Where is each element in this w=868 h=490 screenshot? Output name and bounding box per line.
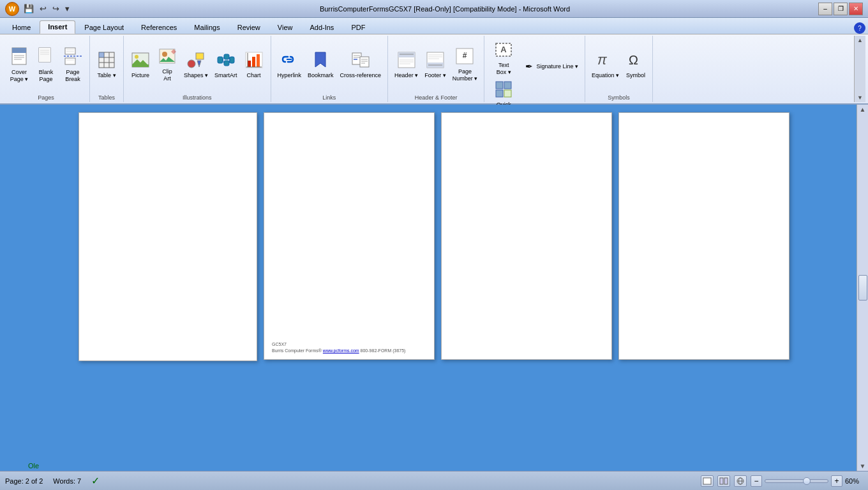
page-number-label: PageNumber ▾ bbox=[453, 68, 478, 82]
zoom-out-button[interactable]: − bbox=[751, 475, 762, 487]
ribbon-group-header-footer: Header ▾ Footer ▾ # PageNumber ▾ Header … bbox=[388, 36, 484, 102]
svg-rect-80 bbox=[703, 478, 711, 484]
pages-group-label: Pages bbox=[38, 93, 54, 101]
shapes-button[interactable]: Shapes ▾ bbox=[181, 50, 211, 81]
quick-access-dropdown[interactable]: ▾ bbox=[63, 3, 71, 14]
svg-text:#: # bbox=[463, 51, 467, 60]
hyperlink-button[interactable]: Hyperlink bbox=[275, 50, 304, 81]
svg-rect-12 bbox=[65, 58, 75, 64]
svg-rect-82 bbox=[724, 478, 728, 484]
undo-button[interactable]: ↩ bbox=[38, 3, 49, 14]
cover-page-label: CoverPage ▾ bbox=[10, 69, 29, 83]
svg-rect-1 bbox=[12, 48, 26, 53]
status-left: Page: 2 of 2 Words: 7 ✓ bbox=[5, 475, 100, 487]
svg-text:Ω: Ω bbox=[629, 53, 638, 67]
shapes-label: Shapes ▾ bbox=[184, 72, 208, 79]
svg-marker-29 bbox=[197, 61, 201, 67]
page-number-button[interactable]: # PageNumber ▾ bbox=[450, 46, 481, 84]
tab-home[interactable]: Home bbox=[4, 21, 39, 34]
tab-references[interactable]: References bbox=[133, 21, 185, 34]
footer-icon bbox=[426, 52, 444, 71]
minimize-button[interactable]: – bbox=[818, 3, 832, 15]
blank-page-label: BlankPage bbox=[39, 69, 54, 83]
help-button[interactable]: ? bbox=[854, 22, 865, 34]
ribbon-scrollbar[interactable]: ▲ ▼ bbox=[854, 36, 865, 102]
page-break-button[interactable]: PageBreak bbox=[60, 45, 86, 85]
hyperlink-icon bbox=[280, 52, 298, 71]
bookmark-button[interactable]: Bookmark bbox=[305, 50, 336, 81]
zoom-in-button[interactable]: + bbox=[831, 475, 842, 487]
ribbon-group-text: A TextBox ▾ QuickParts ▾ A bbox=[484, 36, 585, 102]
page-1 bbox=[79, 112, 257, 361]
full-screen-view-button[interactable] bbox=[717, 475, 730, 487]
hyperlink-label: Hyperlink bbox=[278, 72, 302, 79]
zoom-track[interactable] bbox=[765, 479, 828, 483]
page-4 bbox=[618, 112, 789, 360]
svg-rect-21 bbox=[99, 52, 104, 57]
table-icon bbox=[98, 52, 115, 71]
symbol-icon: Ω bbox=[627, 52, 644, 71]
save-button[interactable]: 💾 bbox=[22, 3, 36, 14]
footer-button[interactable]: Footer ▾ bbox=[422, 50, 449, 81]
picture-button[interactable]: Picture bbox=[128, 50, 153, 81]
tab-view[interactable]: View bbox=[269, 21, 301, 34]
titlebar: W 💾 ↩ ↪ ▾ BurrisComputerFormsGC5X7 [Read… bbox=[0, 0, 868, 18]
restore-button[interactable]: ❐ bbox=[834, 3, 848, 15]
table-button[interactable]: Table ▾ bbox=[94, 50, 119, 81]
chart-icon bbox=[245, 52, 263, 71]
svg-rect-30 bbox=[218, 57, 223, 63]
spelling-check-icon[interactable]: ✓ bbox=[91, 475, 100, 487]
symbols-buttons: π Equation ▾ Ω Symbol bbox=[589, 37, 648, 93]
illustrations-group-label: Illustrations bbox=[183, 93, 212, 101]
zoom-thumb[interactable] bbox=[803, 477, 811, 485]
pages-container: GC5X7 Burris Computer Forms® www.pcforms… bbox=[79, 112, 789, 361]
text-box-button[interactable]: A TextBox ▾ bbox=[491, 40, 516, 78]
web-layout-view-button[interactable] bbox=[734, 475, 747, 487]
symbol-button[interactable]: Ω Symbol bbox=[623, 50, 648, 81]
tab-review[interactable]: Review bbox=[229, 21, 269, 34]
statusbar: Page: 2 of 2 Words: 7 ✓ − + 60% bbox=[0, 471, 868, 490]
quick-access-toolbar: 💾 ↩ ↪ ▾ bbox=[22, 3, 71, 14]
equation-label: Equation ▾ bbox=[592, 72, 619, 79]
tab-insert[interactable]: Insert bbox=[40, 20, 75, 34]
equation-button[interactable]: π Equation ▾ bbox=[589, 50, 622, 81]
picture-label: Picture bbox=[131, 72, 149, 79]
header-label: Header ▾ bbox=[394, 72, 418, 79]
signature-line-button[interactable]: ✒ Signature Line ▾ bbox=[521, 60, 581, 73]
cross-reference-button[interactable]: Cross-reference bbox=[338, 50, 384, 81]
redo-button[interactable]: ↪ bbox=[50, 3, 61, 14]
svg-text:π: π bbox=[597, 52, 608, 68]
svg-rect-39 bbox=[248, 61, 251, 67]
ribbon-group-tables: Table ▾ Tables bbox=[90, 36, 124, 102]
print-layout-view-button[interactable] bbox=[701, 475, 714, 487]
close-button[interactable]: ✕ bbox=[849, 3, 863, 15]
tab-mailings[interactable]: Mailings bbox=[186, 21, 228, 34]
blank-page-button[interactable]: BlankPage bbox=[33, 45, 59, 85]
bookmark-icon bbox=[313, 52, 327, 71]
text-box-icon: A bbox=[495, 41, 512, 61]
tab-page-layout[interactable]: Page Layout bbox=[76, 21, 132, 34]
chart-button[interactable]: Chart bbox=[241, 50, 267, 81]
tab-add-ins[interactable]: Add-Ins bbox=[301, 21, 342, 34]
svg-point-23 bbox=[135, 55, 138, 59]
ribbon-group-pages: CoverPage ▾ BlankPage PageBreak Pages bbox=[3, 36, 90, 102]
zoom-percentage: 60% bbox=[845, 477, 863, 485]
header-icon bbox=[398, 52, 415, 71]
ribbon-group-symbols: π Equation ▾ Ω Symbol Symbols bbox=[585, 36, 653, 102]
tab-pdf[interactable]: PDF bbox=[343, 21, 373, 34]
page-2-footer-link[interactable]: www.pcforms.com bbox=[323, 348, 359, 353]
svg-rect-72 bbox=[504, 90, 511, 97]
page-break-label: PageBreak bbox=[65, 69, 80, 83]
svg-rect-70 bbox=[504, 82, 511, 89]
scrollbar-thumb[interactable] bbox=[858, 275, 867, 301]
header-button[interactable]: Header ▾ bbox=[392, 50, 421, 81]
cover-page-button[interactable]: CoverPage ▾ bbox=[6, 45, 32, 85]
smartart-button[interactable]: SmartArt bbox=[212, 50, 240, 81]
office-logo-icon[interactable]: W bbox=[5, 2, 19, 16]
links-buttons: Hyperlink Bookmark Cross-reference bbox=[275, 37, 384, 93]
tables-buttons: Table ▾ bbox=[94, 37, 119, 93]
svg-rect-41 bbox=[257, 54, 260, 67]
svg-point-28 bbox=[188, 60, 195, 68]
vertical-scrollbar[interactable]: ▲ ▼ bbox=[857, 105, 868, 471]
clip-art-button[interactable]: ClipArt bbox=[154, 46, 180, 84]
